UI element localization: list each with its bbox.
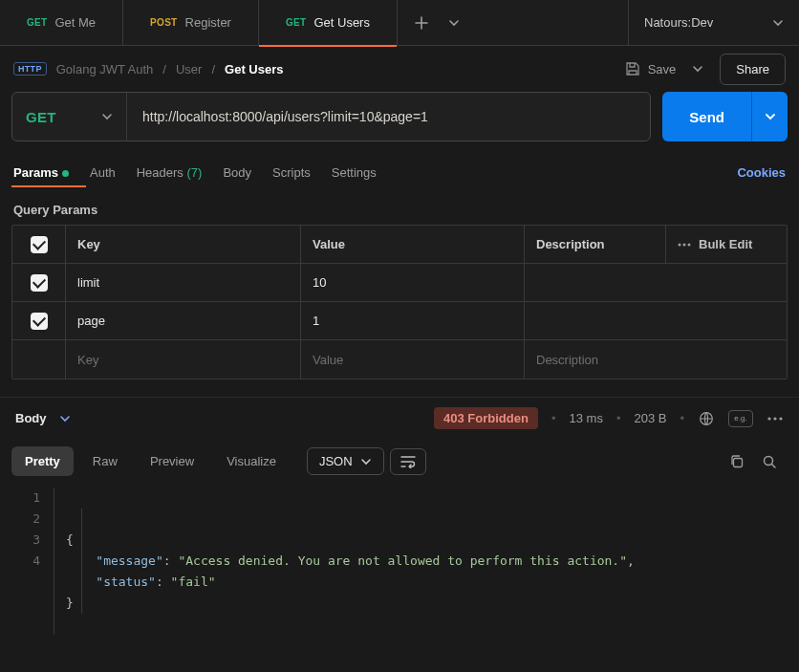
environment-name: Natours:Dev (644, 15, 759, 30)
example-response-button[interactable]: e.g. (728, 410, 753, 427)
params-toggle-all[interactable] (12, 226, 66, 263)
response-more-button[interactable] (767, 410, 784, 427)
wrap-icon (400, 455, 416, 468)
param-desc-input[interactable] (525, 302, 787, 339)
tab-body[interactable]: Body (223, 165, 251, 180)
params-changed-indicator (62, 170, 69, 177)
method-badge: GET (286, 17, 306, 28)
send-options-button[interactable] (751, 92, 788, 141)
tab-title: Get Users (313, 15, 370, 30)
svg-point-1 (683, 243, 686, 246)
cookies-link[interactable]: Cookies (737, 165, 786, 180)
search-icon (762, 454, 777, 469)
chevron-down-icon (772, 17, 784, 29)
response-time: 13 ms (569, 411, 602, 425)
crumb-collection[interactable]: Golang JWT Auth (56, 62, 154, 76)
network-info-button[interactable] (698, 410, 715, 427)
meta-sep: • (616, 411, 621, 425)
tab-overflow-button[interactable] (445, 14, 463, 32)
environment-selector[interactable]: Natours:Dev (628, 0, 799, 46)
view-raw[interactable]: Raw (79, 446, 131, 476)
send-group: Send (662, 92, 788, 141)
url-input[interactable]: http://localhost:8000/api/users?limit=10… (127, 93, 650, 141)
chevron-down-icon (59, 413, 71, 424)
tab-scripts[interactable]: Scripts (272, 165, 311, 180)
param-value-input[interactable]: 10 (301, 264, 525, 301)
tab-auth[interactable]: Auth (90, 165, 116, 180)
format-dropdown[interactable]: JSON (307, 447, 384, 475)
params-header-row: Key Value Description Bulk Edit (12, 226, 787, 264)
query-params-title: Query Params (0, 189, 799, 225)
line-gutter: 1234 (0, 488, 54, 635)
crumb-folder[interactable]: User (176, 62, 202, 76)
svg-point-5 (773, 417, 776, 420)
tab-get-users[interactable]: GET Get Users (259, 0, 398, 46)
param-key-input[interactable]: Key (66, 340, 301, 379)
bulk-edit-button[interactable]: Bulk Edit (666, 226, 787, 263)
breadcrumb-row: HTTP Golang JWT Auth / User / Get Users … (0, 46, 799, 92)
response-view-tabs: Pretty Raw Preview Visualize JSON (0, 439, 799, 484)
tab-get-me[interactable]: GET Get Me (0, 0, 123, 46)
tab-title: Get Me (54, 15, 96, 30)
col-desc: Description (525, 226, 666, 263)
save-icon (625, 61, 640, 76)
param-enable-toggle[interactable] (12, 340, 66, 379)
share-label: Share (736, 62, 769, 76)
param-desc-input[interactable] (525, 264, 787, 301)
view-pretty[interactable]: Pretty (11, 446, 74, 476)
view-visualize[interactable]: Visualize (213, 446, 290, 476)
col-value: Value (301, 226, 525, 263)
col-key: Key (66, 226, 301, 263)
param-row-blank: Key Value Description (12, 340, 787, 379)
param-enable-toggle[interactable] (12, 264, 66, 301)
request-subtabs: Params Auth Headers (7) Body Scripts Set… (0, 155, 799, 189)
json-message-value: "Access denied. You are not allowed to p… (178, 553, 627, 568)
more-horizontal-icon (678, 243, 691, 247)
save-button[interactable]: Save (625, 61, 677, 76)
tab-settings[interactable]: Settings (332, 165, 377, 180)
response-header: Body 403 Forbidden • 13 ms • 203 B • e.g… (0, 397, 799, 439)
save-options-button[interactable] (689, 60, 706, 77)
checkbox-checked-icon (31, 313, 48, 330)
param-row: limit 10 (12, 264, 787, 302)
param-value-input[interactable]: 1 (301, 302, 525, 339)
copy-response-button[interactable] (728, 453, 745, 470)
svg-point-4 (767, 417, 770, 420)
checkbox-checked-icon (31, 236, 48, 253)
response-section-dropdown[interactable] (56, 410, 74, 427)
code-lines: { "message": "Access denied. You are not… (54, 488, 799, 635)
json-status-value: "fail" (171, 574, 216, 589)
chevron-down-icon (692, 63, 703, 75)
tab-title: Register (185, 15, 231, 30)
param-value-input[interactable]: Value (301, 340, 525, 379)
param-enable-toggle[interactable] (12, 302, 66, 339)
wrap-lines-button[interactable] (390, 448, 426, 475)
add-tab-button[interactable] (413, 14, 430, 32)
meta-sep: • (551, 411, 556, 425)
response-size: 203 B (634, 411, 666, 425)
param-key-input[interactable]: limit (66, 264, 301, 301)
send-button[interactable]: Send (662, 92, 751, 141)
share-button[interactable]: Share (720, 54, 786, 85)
response-meta: 403 Forbidden • 13 ms • 203 B • e.g. (434, 407, 784, 429)
search-response-button[interactable] (761, 453, 778, 470)
globe-icon (699, 411, 714, 426)
response-body-viewer[interactable]: 1234 { "message": "Access denied. You ar… (0, 484, 799, 635)
response-section-label: Body (15, 411, 47, 425)
param-desc-input[interactable]: Description (525, 340, 787, 379)
method-url-bar: GET http://localhost:8000/api/users?limi… (11, 92, 651, 141)
method-badge: POST (150, 17, 177, 28)
tab-headers-label: Headers (137, 165, 184, 180)
chevron-down-icon (765, 111, 776, 122)
tab-params[interactable]: Params (13, 165, 69, 180)
view-preview[interactable]: Preview (137, 446, 207, 476)
method-badge: GET (27, 17, 47, 28)
status-badge: 403 Forbidden (434, 407, 538, 429)
method-dropdown[interactable]: GET (12, 93, 127, 141)
tabs-extra (398, 14, 478, 32)
tab-register[interactable]: POST Register (123, 0, 259, 46)
http-badge: HTTP (13, 62, 47, 76)
tab-headers[interactable]: Headers (7) (137, 165, 203, 180)
param-key-input[interactable]: page (66, 302, 301, 339)
crumb-sep: / (162, 62, 166, 76)
